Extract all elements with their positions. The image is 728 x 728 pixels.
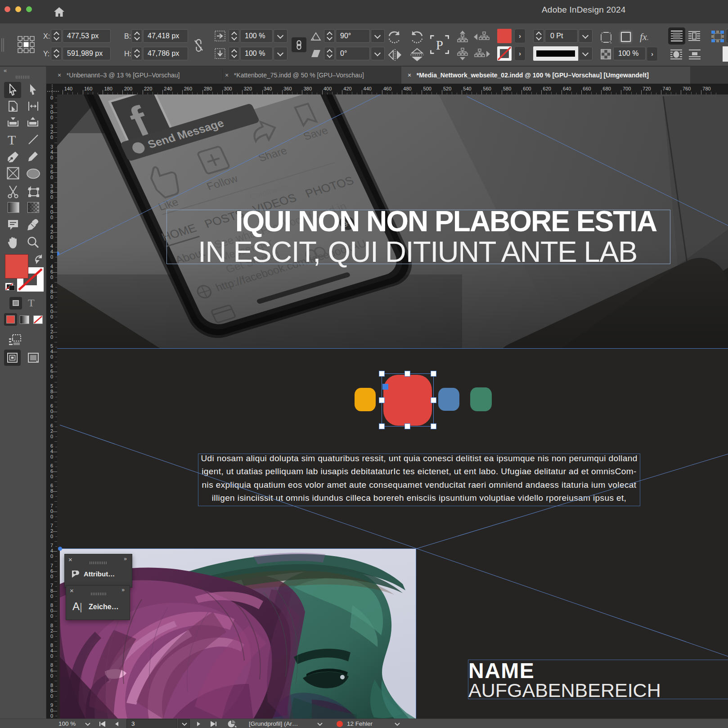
svg-text:P: P xyxy=(436,38,443,52)
